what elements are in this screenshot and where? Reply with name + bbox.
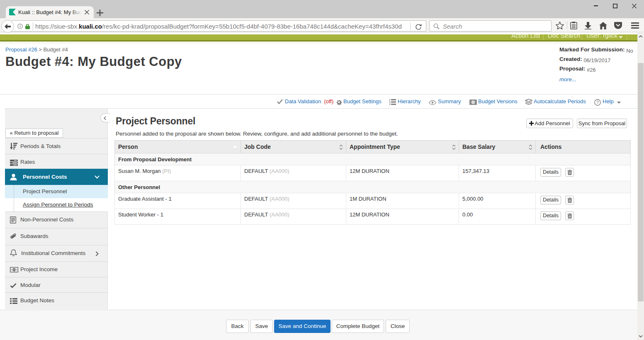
svg-text:?: ?	[596, 100, 599, 105]
svg-text:$: $	[13, 268, 15, 272]
svg-text:0: 0	[472, 100, 474, 104]
